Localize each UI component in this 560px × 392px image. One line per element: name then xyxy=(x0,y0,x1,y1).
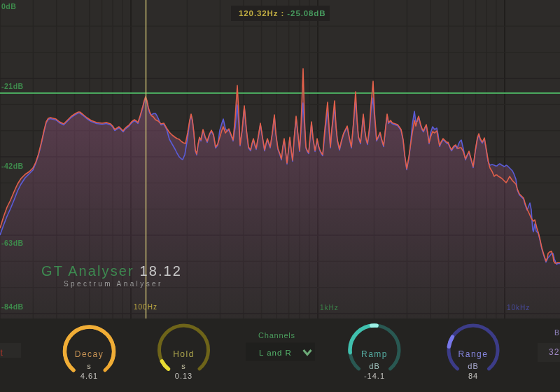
svg-text:-84dB: -84dB xyxy=(1,302,24,311)
svg-text:-14.1: -14.1 xyxy=(364,372,385,380)
svg-text:32768: 32768 xyxy=(549,347,560,357)
svg-text:-42dB: -42dB xyxy=(1,162,24,170)
svg-text:Spectrum Analyser: Spectrum Analyser xyxy=(64,280,163,288)
svg-text:s: s xyxy=(181,362,186,370)
svg-text:100Hz: 100Hz xyxy=(134,303,158,311)
svg-text:4.61: 4.61 xyxy=(80,372,98,380)
svg-text:-21dB: -21dB xyxy=(1,82,24,90)
svg-text:10kHz: 10kHz xyxy=(507,304,530,312)
svg-text:s: s xyxy=(87,362,92,370)
svg-text:0.13: 0.13 xyxy=(175,372,192,380)
svg-text:Channels: Channels xyxy=(258,331,295,340)
svg-text:1kHz: 1kHz xyxy=(320,304,339,312)
svg-text:GT Analyser 18.12: GT Analyser 18.12 xyxy=(41,263,182,279)
svg-text:L and R: L and R xyxy=(259,349,292,357)
svg-text:-63dB: -63dB xyxy=(1,239,24,247)
svg-text:dB: dB xyxy=(369,362,379,370)
svg-text:dB: dB xyxy=(468,362,478,370)
svg-text:Hold: Hold xyxy=(173,349,195,359)
svg-text:Decay: Decay xyxy=(75,349,104,359)
svg-text:84: 84 xyxy=(468,372,478,380)
svg-text:Block: Block xyxy=(554,328,560,337)
svg-text:Range: Range xyxy=(458,349,489,359)
svg-text:120.32Hz : -25.08dB: 120.32Hz : -25.08dB xyxy=(239,9,326,18)
svg-text:0dB: 0dB xyxy=(1,2,16,10)
svg-text:Ramp: Ramp xyxy=(361,349,388,359)
